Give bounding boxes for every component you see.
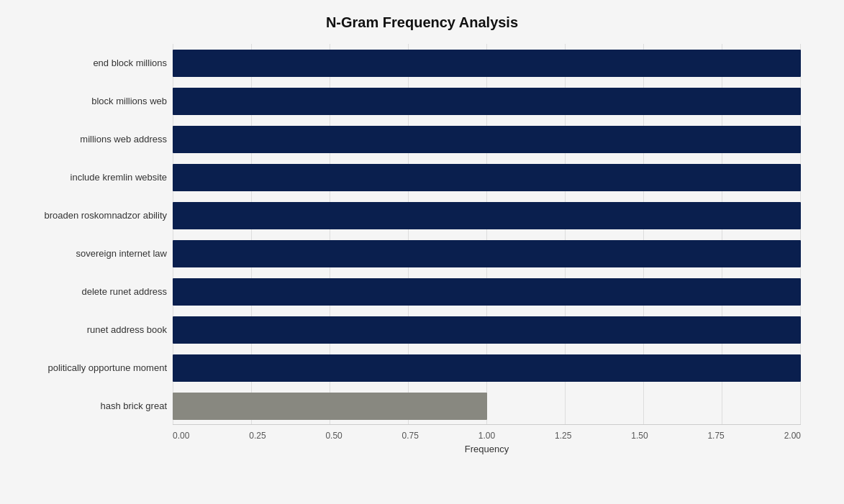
bar-fill — [173, 393, 487, 420]
bar-row: broaden roskomnadzor ability — [173, 198, 801, 233]
x-tick-label: 2.00 — [784, 431, 801, 441]
bar-row: politically opportune moment — [173, 351, 801, 385]
x-tick-label: 1.00 — [478, 431, 495, 441]
bar-fill — [173, 278, 801, 306]
bar-label: sovereign internet law — [76, 248, 167, 259]
bar-label: include kremlin website — [71, 172, 167, 183]
bar-label: politically opportune moment — [48, 362, 167, 373]
chart-area: end block millionsblock millions webmill… — [173, 44, 801, 461]
x-tick-label: 0.25 — [249, 431, 266, 441]
x-tick-label: 1.75 — [707, 431, 724, 441]
bar-label: delete runet address — [81, 286, 167, 297]
x-axis: 0.000.250.500.751.001.251.501.752.00 Fre… — [173, 425, 801, 461]
x-axis-label: Frequency — [173, 444, 801, 454]
bar-label: block millions web — [91, 96, 167, 106]
chart-title: N-Gram Frequency Analysis — [43, 14, 801, 31]
chart-container: N-Gram Frequency Analysis end block mill… — [0, 0, 844, 504]
bar-row: delete runet address — [173, 275, 801, 309]
bar-fill — [173, 88, 801, 115]
bars-wrapper: end block millionsblock millions webmill… — [173, 44, 801, 425]
x-tick-label: 0.50 — [325, 431, 342, 441]
bar-label: broaden roskomnadzor ability — [44, 210, 167, 221]
bar-row: runet address book — [173, 313, 801, 347]
x-tick-label: 1.25 — [555, 431, 571, 441]
bar-fill — [173, 164, 801, 191]
bar-row: sovereign internet law — [173, 237, 801, 271]
bar-fill — [173, 202, 801, 229]
x-ticks: 0.000.250.500.751.001.251.501.752.00 — [173, 425, 801, 441]
x-tick-label: 0.00 — [173, 431, 189, 441]
bar-fill — [173, 240, 801, 267]
x-tick-label: 1.50 — [631, 431, 648, 441]
bar-label: millions web address — [80, 134, 167, 145]
bar-row: include kremlin website — [173, 160, 801, 195]
bar-fill — [173, 126, 801, 153]
bar-fill — [173, 354, 801, 382]
bar-fill — [173, 50, 801, 77]
bar-label: hash brick great — [101, 400, 168, 411]
bar-label: end block millions — [93, 58, 167, 68]
bar-row: millions web address — [173, 122, 801, 157]
bar-row: block millions web — [173, 84, 801, 119]
bar-row: end block millions — [173, 46, 801, 81]
bar-label: runet address book — [87, 324, 167, 335]
bar-fill — [173, 316, 801, 344]
bar-row: hash brick great — [173, 389, 801, 423]
x-tick-label: 0.75 — [402, 431, 419, 441]
